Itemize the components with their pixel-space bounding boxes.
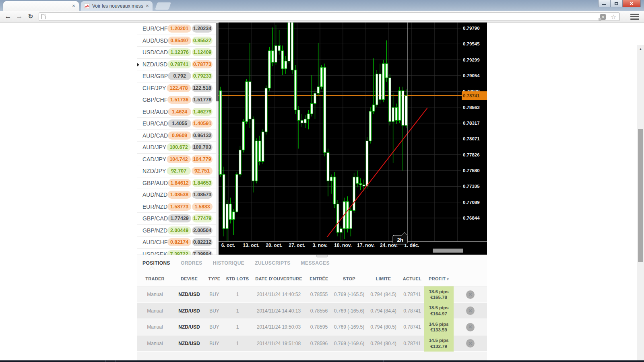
ask-price: 1.40591 bbox=[192, 119, 213, 128]
ask-price: 1.08573 bbox=[192, 191, 213, 199]
watchlist-row-CAD-JPY[interactable]: CAD/JPY104.742104.779 bbox=[137, 154, 216, 166]
close-position-button[interactable]: ✕ bbox=[466, 306, 475, 315]
bookmark-star-icon[interactable]: ☆ bbox=[611, 13, 616, 21]
cell-stop: 0.769 (-169.5) bbox=[332, 324, 366, 330]
watchlist-row-USD-CAD[interactable]: USD/CAD1.123761.12409 bbox=[137, 47, 216, 59]
address-bar[interactable]: A ☆ bbox=[39, 12, 620, 21]
close-position-button[interactable]: ✕ bbox=[466, 339, 475, 348]
svg-text:10. nov.: 10. nov. bbox=[334, 243, 352, 248]
watchlist-row-AUD-NZD[interactable]: AUD/NZD1.085381.08573 bbox=[137, 189, 216, 201]
svg-text:27. oct.: 27. oct. bbox=[289, 243, 305, 248]
column-header-limite[interactable]: LIMITE bbox=[366, 276, 400, 281]
forward-button[interactable]: → bbox=[14, 12, 24, 21]
current-price-marker: 0.78741 bbox=[462, 91, 487, 100]
watchlist-row-AUD-CAD[interactable]: AUD/CAD0.96090.96132 bbox=[137, 130, 216, 142]
cell-stop: 0.769 (-165.6) bbox=[332, 308, 366, 314]
ask-price: 100.703 bbox=[192, 143, 213, 151]
new-tab-button[interactable] bbox=[155, 2, 171, 10]
column-header-profit[interactable]: PROFIT▾ bbox=[424, 276, 454, 281]
watchlist-row-CHF-JPY[interactable]: CHF/JPY122.478122.518 bbox=[137, 82, 216, 95]
bid-price: 1.4624 bbox=[168, 108, 191, 116]
restore-button[interactable] bbox=[610, 0, 622, 7]
watchlist-row-GBP-AUD[interactable]: GBP/AUD1.846121.84653 bbox=[137, 177, 216, 189]
back-button[interactable]: ← bbox=[3, 12, 13, 21]
column-header-devise[interactable]: DEVISE bbox=[173, 276, 205, 281]
tab-close-icon[interactable]: ✕ bbox=[71, 4, 76, 8]
position-row[interactable]: ManualNZD/USDBUY12014/11/24 19:51:080.78… bbox=[137, 335, 487, 352]
ask-price: 0.85527 bbox=[192, 37, 213, 45]
svg-text:2h: 2h bbox=[397, 237, 403, 243]
cell-stop: 0.769 (-165.5) bbox=[332, 292, 366, 297]
watchlist-scrollbar-thumb[interactable] bbox=[216, 23, 219, 101]
cell-entree: 0.78595 bbox=[306, 324, 332, 330]
watchlist-row-EUR-GBP[interactable]: EUR/GBP0.7920.79233 bbox=[137, 70, 216, 82]
column-header-trader[interactable]: TRADER bbox=[137, 276, 173, 281]
pair-symbol: CHF/JPY bbox=[140, 85, 167, 91]
bid-price: 1.84612 bbox=[168, 179, 191, 187]
watchlist-scrollbar[interactable] bbox=[216, 23, 219, 258]
panel-tab-historique[interactable]: HISTORIQUE bbox=[213, 260, 244, 266]
pair-symbol: USD/CAD bbox=[140, 49, 168, 56]
bid-price: 0.85497 bbox=[168, 37, 191, 45]
browser-menu-icon[interactable] bbox=[630, 14, 639, 20]
browser-tab-1[interactable]: ✕ bbox=[3, 1, 79, 11]
watchlist-row-NZD-JPY[interactable]: NZD/JPY92.70792.751 bbox=[137, 165, 216, 177]
position-row[interactable]: ManualNZD/USDBUY12014/11/24 14:40:130.78… bbox=[137, 303, 487, 319]
watchlist-row-AUD-USD[interactable]: AUD/USD0.854970.85527 bbox=[137, 35, 216, 47]
column-header-entr-e[interactable]: ENTRÉE bbox=[306, 276, 332, 281]
browser-scrollbar-thumb[interactable] bbox=[638, 129, 643, 262]
watchlist-row-GBP-NZD[interactable]: GBP/NZD2.004492.00504 bbox=[137, 225, 216, 237]
trading-page: EUR/CHF1.202011.20234AUD/USD0.854970.855… bbox=[0, 23, 644, 360]
panel-tab-zuluscripts[interactable]: ZULUSCRIPTS bbox=[255, 260, 290, 266]
column-header-stop[interactable]: STOP bbox=[332, 276, 366, 281]
bid-price: 100.672 bbox=[167, 143, 191, 151]
scroll-up-arrow-icon[interactable]: ▲ bbox=[637, 46, 644, 52]
close-position-button[interactable]: ✕ bbox=[466, 323, 475, 331]
minimize-button[interactable] bbox=[598, 0, 610, 7]
watchlist-row-NZD-USD[interactable]: NZD/USD0.787410.78773 bbox=[137, 59, 216, 71]
page-icon bbox=[41, 14, 46, 19]
cell-date: 2014/11/24 19:51:08 bbox=[252, 341, 306, 346]
position-row[interactable]: ManualNZD/USDBUY12014/11/24 19:50:030.78… bbox=[137, 319, 487, 335]
watchlist-row-GBP-CHF[interactable]: GBP/CHF1.517361.51778 bbox=[137, 94, 216, 106]
watchlist-row-AUD-JPY[interactable]: AUD/JPY100.672100.703 bbox=[137, 142, 216, 154]
pair-symbol: GBP/CHF bbox=[140, 97, 167, 103]
pair-symbol: GBP/NZD bbox=[140, 227, 167, 234]
close-window-button[interactable]: ✕ bbox=[622, 0, 641, 7]
column-header-std-lots[interactable]: STD LOTS bbox=[223, 276, 252, 281]
svg-text:0.78317: 0.78317 bbox=[463, 121, 480, 125]
column-header-type[interactable]: TYPE bbox=[205, 276, 223, 281]
ask-price: 0.82212 bbox=[192, 238, 213, 246]
browser-tab-2[interactable]: Voir les nouveaux messag ✕ bbox=[81, 1, 153, 11]
cell-devise: NZD/USD bbox=[173, 341, 205, 346]
watchlist-row-GBP-CAD[interactable]: GBP/CAD1.774291.77479 bbox=[137, 213, 216, 225]
tab-close-icon[interactable]: ✕ bbox=[145, 4, 150, 8]
pair-symbol: EUR/CAD bbox=[140, 120, 168, 127]
cell-actuel: 0.78741 bbox=[400, 324, 424, 330]
watchlist-row-EUR-AUD[interactable]: EUR/AUD1.46241.46279 bbox=[137, 106, 216, 118]
watchlist-row-EUR-CAD[interactable]: EUR/CAD1.40551.40591 bbox=[137, 118, 216, 130]
price-chart-canvas[interactable]: 6. oct.13. oct.20. oct.27. oct.3. nov.10… bbox=[219, 23, 487, 255]
panel-tab-messages[interactable]: MESSAGES bbox=[301, 260, 330, 266]
column-header-date-d-ouverture[interactable]: DATE D'OUVERTURE bbox=[252, 276, 306, 281]
bid-price: 1.58773 bbox=[167, 203, 191, 211]
reload-button[interactable]: ↻ bbox=[26, 12, 35, 21]
cell-trader: Manual bbox=[137, 324, 173, 330]
watchlist-row-EUR-NZD[interactable]: EUR/NZD1.587731.5883 bbox=[137, 201, 216, 213]
translate-icon[interactable]: A bbox=[600, 14, 606, 20]
table-row-partial bbox=[137, 352, 487, 360]
svg-text:0.77089: 0.77089 bbox=[463, 200, 480, 205]
cell-actuel: 0.78741 bbox=[400, 341, 424, 346]
svg-text:20. oct.: 20. oct. bbox=[266, 243, 282, 248]
browser-scrollbar[interactable]: ▲ ▼ bbox=[637, 45, 644, 362]
watchlist-row-EUR-CHF[interactable]: EUR/CHF1.202011.20234 bbox=[137, 23, 216, 35]
position-row[interactable]: ManualNZD/USDBUY12014/11/24 14:40:520.78… bbox=[137, 286, 487, 303]
bid-price: 92.707 bbox=[167, 167, 191, 175]
close-position-button[interactable]: ✕ bbox=[466, 290, 475, 299]
chart-hscrollbar-thumb[interactable] bbox=[433, 249, 463, 253]
pair-symbol: EUR/GBP bbox=[140, 73, 168, 79]
watchlist-row-AUD-CHF[interactable]: AUD/CHF0.821740.82212 bbox=[137, 237, 216, 249]
column-header-actuel[interactable]: ACTUEL bbox=[400, 276, 424, 281]
panel-tab-positions[interactable]: POSITIONS bbox=[142, 260, 170, 266]
panel-tab-ordres[interactable]: ORDRES bbox=[181, 260, 202, 266]
